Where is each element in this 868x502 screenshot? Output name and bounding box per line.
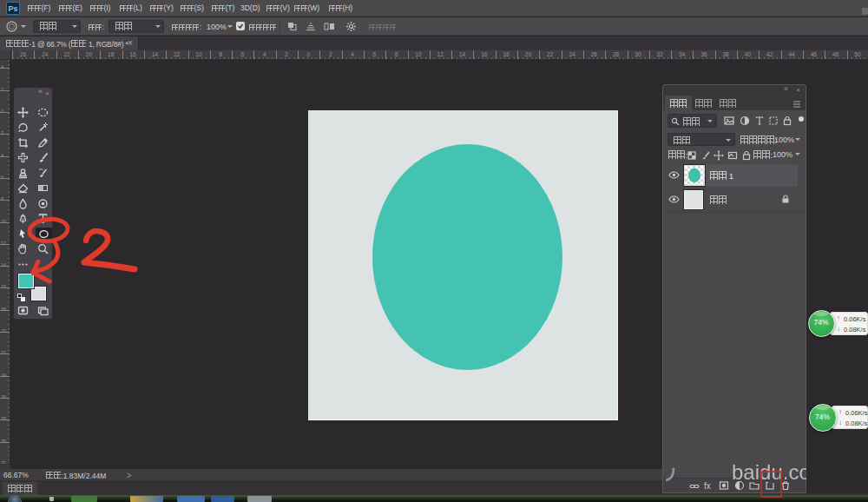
svg-text:fx: fx [704,481,711,491]
